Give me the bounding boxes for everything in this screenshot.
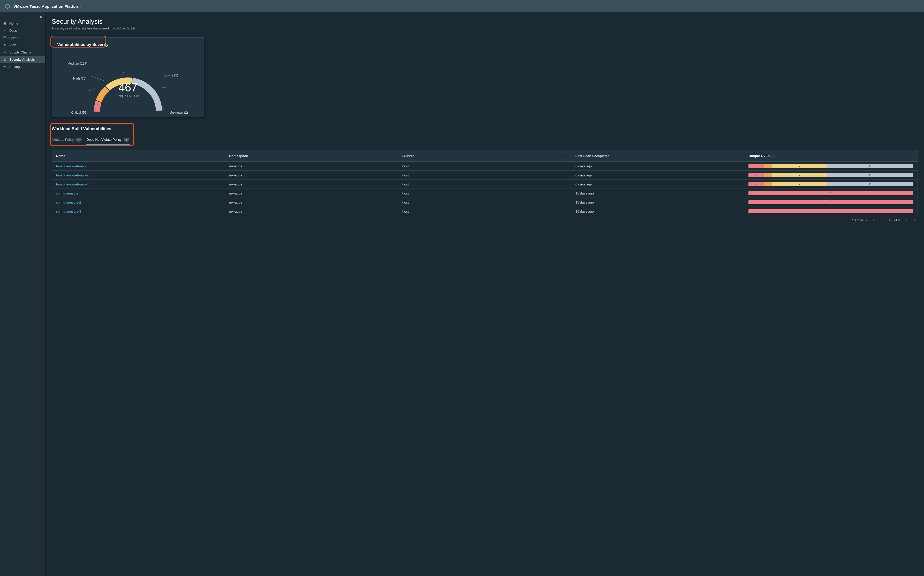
sidebar-item-label: Create [9, 36, 19, 40]
filter-icon[interactable] [563, 154, 567, 158]
column-header-cluster[interactable]: Cluster [398, 150, 571, 162]
svg-point-9 [5, 66, 5, 67]
column-header-name[interactable]: Name [52, 150, 225, 162]
table-row: spring-sensors-2my-appshost15 days ago1 [52, 198, 918, 206]
sidebar-item-docs[interactable]: Docs [0, 27, 45, 34]
svg-point-4 [3, 52, 4, 53]
gauge-segment-critical [97, 102, 98, 112]
svg-point-7 [5, 52, 6, 53]
table-row: tanzu-java-web-app-2my-appshost6 days ag… [52, 170, 918, 179]
sidebar-item-label: Supply Chains [9, 50, 31, 54]
cve-seg-crit: 1 [748, 191, 913, 195]
tab-count-badge: 6 [124, 138, 129, 142]
cell-last-scan: 6 days ago [571, 162, 744, 170]
workloads-title: Workload Build Vulnerabilities [52, 126, 918, 131]
workload-name-link[interactable]: tanzu-java-web-app [52, 162, 225, 170]
table-header: NameNamespaceClusterLast Scan CompletedU… [52, 150, 918, 162]
sidebar-item-label: Home [9, 21, 18, 25]
column-label: Last Scan Completed [576, 154, 610, 158]
logo-icon [5, 3, 10, 9]
sidebar-item-apis[interactable]: APIs [0, 41, 45, 48]
svg-marker-1 [6, 5, 9, 8]
label-unknown: Unknown (2) [170, 111, 188, 114]
cve-seg-crit: 2 [748, 164, 764, 168]
cell-last-scan: 15 days ago [571, 198, 744, 206]
gauge-segment-medium [107, 81, 132, 88]
page-prev-button[interactable] [881, 219, 884, 222]
cve-seg-med: 7 [772, 164, 827, 168]
tabs: Violates Policy4Does Not Violate Policy6 [52, 136, 918, 145]
cve-bar: 1 [748, 209, 913, 213]
cve-seg-med: 7 [772, 182, 827, 186]
svg-point-5 [5, 51, 5, 51]
column-header-namespace[interactable]: Namespace [225, 150, 398, 162]
sidebar-item-label: Security Analysis [9, 58, 35, 61]
top-bar: VMware Tanzu Application Platform [0, 0, 924, 13]
severity-gauge: 467 unique CVEs Critical (51) High (76) … [52, 52, 204, 117]
puzzle-icon [3, 43, 7, 47]
cell-last-scan: 6 days ago [571, 180, 744, 189]
cve-seg-low: 11 [827, 173, 913, 177]
chains-icon [3, 50, 7, 54]
sidebar-item-create[interactable]: Create [0, 34, 45, 41]
label-critical: Critical (51) [71, 111, 88, 114]
cell-cluster: host [398, 198, 571, 206]
page-title: Security Analysis [52, 18, 918, 26]
cell-unique-cves: 21711 [744, 171, 918, 179]
column-header-last-scan-completed[interactable]: Last Scan Completed [571, 150, 744, 162]
sidebar-item-security-analysis[interactable]: Security Analysis [0, 56, 45, 63]
sidebar-item-label: APIs [9, 43, 16, 47]
workload-name-link[interactable]: spring-sensors [52, 189, 225, 198]
workload-name-link[interactable]: spring-sensors-3 [52, 207, 225, 216]
filter-icon[interactable] [390, 154, 394, 158]
page-subtitle: An analysis of vulnerabilities discovere… [52, 27, 918, 30]
gauge-segment-low [132, 81, 159, 110]
cell-last-scan: 15 days ago [571, 189, 744, 198]
table-row: tanzu-java-web-appmy-appshost6 days ago2… [52, 162, 918, 170]
cell-cluster: host [398, 171, 571, 179]
page-next-button[interactable] [904, 219, 908, 222]
severity-card-title: Vulnerabilities by Severity [57, 42, 109, 47]
cve-bar: 21711 [748, 173, 913, 177]
sidebar-item-home[interactable]: Home [0, 20, 45, 27]
cell-namespace: my-apps [225, 162, 398, 170]
severity-card: Vulnerabilities by Severity [52, 37, 204, 117]
tab-does-not-violate-policy[interactable]: Does Not Violate Policy6 [86, 136, 130, 145]
sidebar-item-supply-chains[interactable]: Supply Chains [0, 48, 45, 56]
info-icon[interactable] [771, 154, 775, 158]
svg-point-8 [5, 59, 5, 60]
cve-seg-crit: 1 [748, 209, 913, 213]
home-icon [3, 21, 7, 25]
column-header-unique-cves[interactable]: Unique CVEs [744, 150, 918, 162]
tab-violates-policy[interactable]: Violates Policy4 [52, 136, 82, 145]
workload-name-link[interactable]: tanzu-java-web-app-2 [52, 171, 225, 179]
sidebar-item-label: Docs [9, 29, 17, 32]
column-label: Name [56, 154, 65, 158]
sidebar-item-settings[interactable]: Settings [0, 63, 45, 70]
column-label: Namespace [229, 154, 248, 158]
workload-name-link[interactable]: tanzu-java-web-app-4 [52, 180, 225, 189]
cell-cluster: host [398, 180, 571, 189]
chevron-down-icon [865, 219, 868, 222]
page-last-button[interactable] [913, 219, 916, 222]
sidebar-item-label: Settings [9, 65, 21, 69]
cve-seg-med: 7 [772, 173, 827, 177]
rows-per-page-select[interactable]: 10 rows [852, 219, 868, 222]
tab-label: Violates Policy [52, 138, 74, 142]
cell-unique-cves: 21711 [744, 162, 918, 170]
cell-cluster: host [398, 189, 571, 198]
cve-seg-high: 1 [764, 164, 772, 168]
collapse-sidebar-button[interactable] [39, 15, 43, 19]
workload-name-link[interactable]: spring-sensors-2 [52, 198, 225, 206]
cve-seg-low: 11 [827, 164, 913, 168]
cve-seg-low: 11 [827, 182, 913, 186]
tab-label: Does Not Violate Policy [87, 138, 122, 142]
cell-last-scan: 15 days ago [571, 207, 744, 216]
cell-namespace: my-apps [225, 171, 398, 179]
filter-icon[interactable] [217, 154, 221, 158]
cell-namespace: my-apps [225, 180, 398, 189]
brand-title: VMware Tanzu Application Platform [13, 4, 81, 8]
table-row: spring-sensors-3my-appshost15 days ago1 [52, 206, 918, 216]
page-first-button[interactable] [872, 219, 876, 222]
cell-namespace: my-apps [225, 198, 398, 206]
